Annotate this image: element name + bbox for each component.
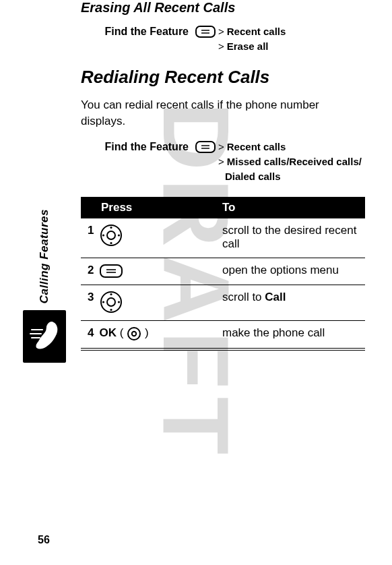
find-feature-row-redial: Find the Feature > Recent calls > Missed… <box>81 140 365 185</box>
svg-point-25 <box>132 331 136 335</box>
page-number: 56 <box>38 534 50 546</box>
nav-key-icon <box>100 224 123 247</box>
redialing-section-title: Redialing Recent Calls <box>81 67 365 88</box>
step-text: Recent calls <box>227 25 286 38</box>
select-key-icon <box>127 326 141 341</box>
step-text: Missed calls/Received calls/ <box>227 155 362 169</box>
press-cell <box>100 285 216 320</box>
step-text: Erase all <box>227 40 269 53</box>
svg-rect-15 <box>100 265 122 277</box>
svg-point-22 <box>102 301 104 303</box>
nav-key-icon <box>100 291 123 314</box>
gt-symbol: > <box>218 25 224 38</box>
svg-point-11 <box>110 227 112 229</box>
press-cell <box>100 218 216 258</box>
page: DRAFT Calling Features Erasing All Recen… <box>0 0 392 565</box>
step-text-cont: Dialed calls <box>225 170 281 183</box>
svg-rect-6 <box>196 142 215 152</box>
paren-open: ( <box>120 326 124 339</box>
svg-point-21 <box>110 308 112 310</box>
gt-symbol: > <box>218 40 224 53</box>
to-cell: scroll to the desired recent call <box>216 218 365 258</box>
to-text-bold: Call <box>265 291 286 303</box>
svg-rect-3 <box>196 26 215 37</box>
step-text: Recent calls <box>227 140 286 154</box>
find-feature-label: Find the Feature <box>81 25 195 38</box>
redial-body-text: You can redial recent calls if the phone… <box>81 97 365 129</box>
step-number: 3 <box>81 285 100 320</box>
svg-point-10 <box>107 231 115 239</box>
table-row: 3 scroll to Call <box>81 285 365 320</box>
find-feature-row-erase: Find the Feature > Recent calls > Erase … <box>81 25 365 55</box>
table-header-to: To <box>216 197 365 218</box>
to-text-pre: scroll to <box>222 291 265 303</box>
table-row: 4 OK ( ) make the phone call <box>81 320 365 349</box>
find-steps-redial: > Recent calls > Missed calls/Received c… <box>195 140 365 185</box>
menu-key-icon <box>100 264 123 278</box>
to-cell: open the options menu <box>216 258 365 285</box>
svg-point-19 <box>107 298 115 306</box>
step-number: 2 <box>81 258 100 285</box>
step-number: 1 <box>81 218 100 258</box>
gt-symbol: > <box>218 155 224 169</box>
gt-symbol: > <box>218 140 224 154</box>
svg-point-13 <box>102 234 104 236</box>
table-row: 2 open the options menu <box>81 258 365 285</box>
instruction-table: Press To 1 <box>81 197 365 351</box>
erasing-section-title: Erasing All Recent Calls <box>81 0 365 16</box>
step-number: 4 <box>81 320 100 349</box>
to-cell: make the phone call <box>216 320 365 349</box>
press-cell <box>100 258 216 285</box>
svg-point-20 <box>110 293 112 295</box>
content-area: Erasing All Recent Calls Find the Featur… <box>0 0 392 351</box>
menu-key-icon <box>195 141 216 153</box>
table-row: 1 scroll to the desired recent call <box>81 218 365 258</box>
find-steps-erase: > Recent calls > Erase all <box>195 25 365 55</box>
menu-key-icon <box>195 26 216 38</box>
find-feature-label: Find the Feature <box>81 140 195 154</box>
to-cell: scroll to Call <box>216 285 365 320</box>
svg-point-14 <box>117 234 119 236</box>
paren-close: ) <box>145 326 149 339</box>
ok-label: OK <box>100 326 117 339</box>
table-header-press: Press <box>81 197 216 218</box>
svg-point-12 <box>110 242 112 244</box>
svg-point-23 <box>117 301 119 303</box>
press-cell: OK ( ) <box>100 320 216 349</box>
